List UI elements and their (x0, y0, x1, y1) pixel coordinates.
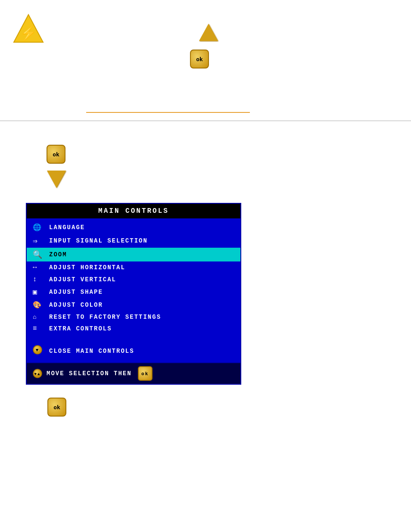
menu-item-horizontal[interactable]: ↔ ADJUST HORIZONTAL (27, 261, 240, 274)
menu-item-extra[interactable]: ≡ EXTRA CONTROLS (27, 323, 240, 335)
menu-item-zoom[interactable]: 🔍 ZOOM (27, 248, 240, 261)
menu-item-input[interactable]: ⇒ INPUT SIGNAL SELECTION (27, 234, 240, 248)
footer-icons: ▼▲ (33, 369, 42, 378)
input-label: INPUT SIGNAL SELECTION (49, 237, 148, 244)
menu-item-language[interactable]: 🌐 LANGUAGE (27, 221, 240, 234)
ok-button-2[interactable]: ok (47, 145, 65, 164)
orange-underline (86, 112, 250, 113)
ok-button-3[interactable]: ok (47, 398, 66, 417)
extra-label: EXTRA CONTROLS (49, 325, 112, 332)
zoom-label: ZOOM (49, 251, 67, 258)
shape-label: ADJUST SHAPE (49, 289, 103, 296)
zoom-icon: 🔍 (33, 250, 45, 259)
middle-section: ok (0, 121, 411, 199)
bottom-section: ok (0, 393, 411, 421)
svg-text:⚡: ⚡ (20, 25, 37, 41)
up-button[interactable] (199, 24, 218, 41)
warning-icon: ⚡ (13, 13, 44, 46)
menu-item-reset[interactable]: ⌂ RESET TO FACTORY SETTINGS (27, 311, 240, 323)
shape-icon: ▣ (33, 288, 45, 296)
horizontal-icon: ↔ (33, 264, 45, 271)
vertical-label: ADJUST VERTICAL (49, 276, 116, 283)
language-label: LANGUAGE (49, 224, 85, 231)
down-button[interactable] (47, 171, 66, 188)
input-icon: ⇒ (33, 236, 45, 246)
reset-icon: ⌂ (33, 314, 45, 320)
osd-footer: ▼▲ MOVE SELECTION THEN ok (27, 362, 240, 384)
osd-spacer (27, 337, 240, 341)
menu-item-close[interactable]: ▼ CLOSE MAIN CONTROLS (33, 343, 234, 359)
menu-item-vertical[interactable]: ↕ ADJUST VERTICAL (27, 274, 240, 286)
osd-close-section: ▼ CLOSE MAIN CONTROLS (27, 341, 240, 362)
language-icon: 🌐 (33, 223, 45, 232)
ok-button-1[interactable]: ok (190, 50, 209, 68)
horizontal-label: ADJUST HORIZONTAL (49, 264, 125, 271)
extra-icon: ≡ (33, 325, 45, 333)
footer-text: MOVE SELECTION THEN (47, 370, 132, 377)
color-icon: 🎨 (33, 301, 45, 309)
close-label: CLOSE MAIN CONTROLS (49, 348, 134, 355)
osd-items: 🌐 LANGUAGE ⇒ INPUT SIGNAL SELECTION 🔍 ZO… (27, 218, 240, 337)
osd-title: MAIN CONTROLS (27, 204, 240, 218)
color-label: ADJUST COLOR (49, 302, 103, 308)
close-icon: ▼ (33, 345, 45, 357)
osd-menu-container: MAIN CONTROLS 🌐 LANGUAGE ⇒ INPUT SIGNAL … (26, 203, 241, 385)
svg-text:▼▲: ▼▲ (34, 372, 41, 376)
svg-text:▼: ▼ (36, 348, 40, 353)
footer-ok-badge: ok (135, 366, 153, 381)
menu-item-shape[interactable]: ▣ ADJUST SHAPE (27, 286, 240, 299)
menu-item-color[interactable]: 🎨 ADJUST COLOR (27, 299, 240, 311)
osd-menu: MAIN CONTROLS 🌐 LANGUAGE ⇒ INPUT SIGNAL … (26, 203, 241, 385)
reset-label: RESET TO FACTORY SETTINGS (49, 314, 161, 320)
vertical-icon: ↕ (33, 276, 45, 283)
top-section: ⚡ ok (0, 0, 411, 138)
